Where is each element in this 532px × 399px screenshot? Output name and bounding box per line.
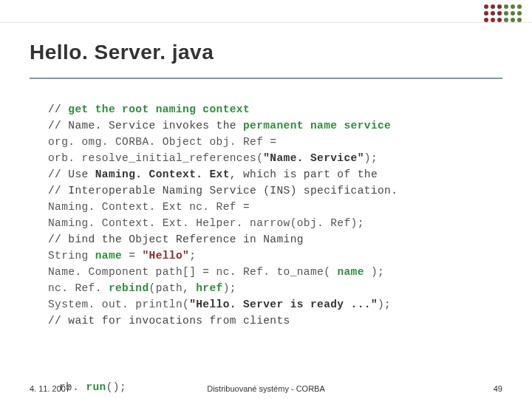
code-text: ); — [378, 299, 391, 310]
code-text: Naming. Context. Ext — [95, 168, 230, 180]
code-text: (path, — [149, 282, 197, 294]
code-text: , which is part of the — [230, 168, 378, 180]
code-text: get the root naming context — [68, 103, 250, 115]
code-text: Naming. Context. Ext nc. Ref = — [48, 199, 510, 215]
code-text: rebind — [109, 282, 149, 294]
code-text: // wait for invocations from clients — [48, 313, 510, 329]
code-text: Name. Component path[] = nc. Ref. to_nam… — [48, 266, 337, 278]
code-text: permanent name service — [243, 120, 391, 132]
code-text: "Hello" — [142, 250, 189, 262]
slide-title: Hello. Server. java — [30, 41, 502, 64]
footer-page-number: 49 — [494, 384, 502, 393]
code-text: name — [95, 250, 122, 262]
code-text: orb. resolve_initial_references( — [48, 152, 263, 164]
code-text: // bind the Object Reference in Naming — [48, 231, 510, 248]
code-text: ); — [223, 282, 236, 294]
decorative-dot-grid — [484, 4, 522, 22]
footer-subject: Distribuované systémy - CORBA — [207, 384, 325, 393]
code-text: org. omg. CORBA. Object obj. Ref = — [48, 134, 510, 150]
code-text: // Name. Service invokes the — [48, 120, 243, 132]
code-text: name — [337, 266, 364, 278]
code-text: // Use — [48, 168, 95, 180]
code-text: "Name. Service" — [263, 152, 364, 164]
code-text: href — [196, 282, 222, 294]
code-text: "Hello. Server is ready ..." — [189, 299, 378, 310]
footer-date: 4. 11. 2007 — [30, 384, 70, 393]
code-text: String — [48, 250, 95, 262]
code-block: // get the root naming context // Name. … — [48, 101, 510, 329]
title-underline — [30, 78, 502, 79]
code-text: System. out. println( — [48, 299, 189, 310]
code-text: nc. Ref. — [48, 282, 109, 294]
top-bar — [0, 0, 532, 23]
code-text: // Interoperable Naming Service (INS) sp… — [48, 183, 510, 199]
code-text: = — [122, 250, 142, 262]
title-area: Hello. Server. java — [0, 23, 532, 70]
code-text: Naming. Context. Ext. Helper. narrow(obj… — [48, 215, 510, 231]
code-text: ); — [364, 152, 378, 164]
slide-footer: 4. 11. 2007 Distribuované systémy - CORB… — [0, 378, 532, 393]
code-text: ; — [189, 250, 196, 262]
code-text: ); — [364, 266, 384, 278]
code-text: // — [48, 103, 68, 115]
